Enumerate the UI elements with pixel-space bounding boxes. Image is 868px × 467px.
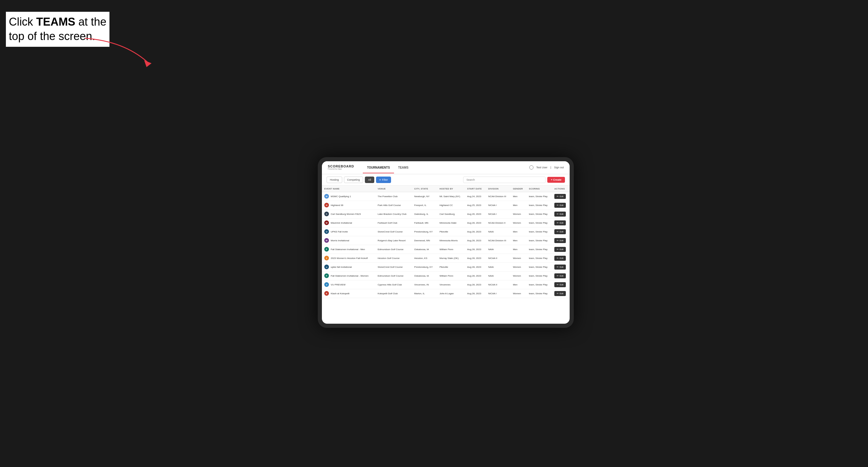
- team-logo: V: [324, 282, 329, 287]
- cell-scoring: team, Stroke Play: [527, 289, 552, 298]
- edit-button[interactable]: ✏ Edit: [554, 229, 566, 234]
- edit-button[interactable]: ✏ Edit: [554, 256, 566, 261]
- cell-gender: Women: [510, 271, 526, 280]
- cell-venue: Kokopelli Golf Club: [375, 289, 412, 298]
- event-name-text: Morris Invitational: [331, 239, 349, 242]
- edit-button[interactable]: ✏ Edit: [554, 273, 566, 278]
- edit-label: Edit: [560, 275, 563, 277]
- edit-icon: ✏: [557, 257, 559, 259]
- cell-division: NICAA I: [486, 201, 510, 210]
- all-button[interactable]: All: [365, 177, 374, 183]
- cell-hosted: Minnesota-Morris: [437, 236, 465, 245]
- edit-label: Edit: [560, 266, 563, 268]
- cell-scoring: team, Stroke Play: [527, 218, 552, 227]
- cell-division: NAIA: [486, 262, 510, 271]
- edit-button[interactable]: ✏ Edit: [554, 203, 566, 208]
- table-row: H Highland 36 Park Hills Golf Course Fre…: [322, 201, 570, 210]
- nav-bar: SCOREBOARD Powered by clippt TOURNAMENTS…: [322, 161, 570, 174]
- team-logo: u: [324, 264, 329, 269]
- cell-hosted: Carl Sandburg: [437, 210, 465, 218]
- user-label: Test User: [536, 166, 548, 169]
- edit-button[interactable]: ✏ Edit: [554, 291, 566, 296]
- nav-teams[interactable]: TEAMS: [394, 162, 412, 173]
- svg-text:U: U: [326, 231, 327, 233]
- cell-date: Aug 24, 2023: [465, 192, 486, 201]
- hosting-button[interactable]: Hosting: [327, 177, 342, 183]
- cell-city: Prestonsburg, KY: [412, 227, 437, 236]
- cell-scoring: team, Stroke Play: [527, 262, 552, 271]
- table-row: F Fall Statesmen Invitational - Women Ed…: [322, 271, 570, 280]
- edit-icon: ✏: [557, 266, 559, 268]
- edit-label: Edit: [560, 213, 563, 215]
- table-header: EVENT NAME VENUE CITY, STATE HOSTED BY S…: [322, 186, 570, 192]
- cell-venue: The Powelton Club: [375, 192, 412, 201]
- edit-icon: ✏: [557, 292, 559, 295]
- svg-text:M: M: [326, 195, 328, 197]
- edit-button[interactable]: ✏ Edit: [554, 282, 566, 287]
- edit-icon: ✏: [557, 239, 559, 242]
- create-button[interactable]: + Create: [547, 177, 565, 183]
- edit-icon: ✏: [557, 213, 559, 215]
- cell-city: Hesston, KS: [412, 254, 437, 262]
- table-row: F Fall Statesmen Invitational - Men Edmu…: [322, 245, 570, 254]
- svg-text:K: K: [326, 292, 327, 294]
- cell-venue: Edmundson Golf Course: [375, 271, 412, 280]
- cell-actions: ✏ Edit: [552, 192, 570, 201]
- cell-division: NCAA Division III: [486, 192, 510, 201]
- event-name-text: UPKE Fall Invite: [331, 230, 348, 233]
- cell-actions: ✏ Edit: [552, 201, 570, 210]
- event-name-text: Klash at Kokopelli: [331, 292, 349, 295]
- logo-title: SCOREBOARD: [328, 165, 354, 168]
- col-gender: GENDER: [510, 186, 526, 192]
- nav-links: TOURNAMENTS TEAMS: [363, 162, 412, 173]
- cell-division: NICAA I: [486, 210, 510, 218]
- edit-button[interactable]: ✏ Edit: [554, 264, 566, 270]
- cell-gender: Women: [510, 254, 526, 262]
- cell-date: Aug 25, 2023: [465, 201, 486, 210]
- edit-button[interactable]: ✏ Edit: [554, 212, 566, 217]
- tablet-screen: SCOREBOARD Powered by clippt TOURNAMENTS…: [322, 161, 570, 324]
- event-name-text: 2023 Women's Hesston Fall Kickoff: [331, 257, 368, 259]
- edit-button[interactable]: ✏ Edit: [554, 220, 566, 225]
- competing-button[interactable]: Competing: [344, 177, 363, 183]
- cell-division: NAIA: [486, 227, 510, 236]
- cell-event-name: u upike fall invitational: [322, 262, 375, 271]
- cell-gender: Men: [510, 245, 526, 254]
- cell-hosted: Mt. Saint Mary (NY): [437, 192, 465, 201]
- cell-city: Galesburg, IL: [412, 210, 437, 218]
- gear-icon[interactable]: [529, 165, 533, 169]
- edit-button[interactable]: ✏ Edit: [554, 247, 566, 252]
- table-row: M Maverick Invitational Faribault Golf C…: [322, 218, 570, 227]
- table-body: M MSMC Qualifying 1 The Powelton Club Ne…: [322, 192, 570, 298]
- edit-label: Edit: [560, 248, 563, 251]
- tablet-frame: SCOREBOARD Powered by clippt TOURNAMENTS…: [318, 157, 574, 328]
- team-logo: M: [324, 194, 329, 199]
- edit-icon: ✏: [557, 248, 559, 251]
- search-input[interactable]: [463, 177, 546, 183]
- nav-tournaments[interactable]: TOURNAMENTS: [363, 162, 394, 173]
- svg-text:M: M: [326, 222, 328, 224]
- cell-actions: ✏ Edit: [552, 218, 570, 227]
- cell-event-name: 2 2023 Women's Hesston Fall Kickoff: [322, 254, 375, 262]
- cell-gender: Women: [510, 262, 526, 271]
- event-name-text: VU PREVIEW: [331, 283, 345, 286]
- cell-scoring: team, Stroke Play: [527, 245, 552, 254]
- edit-label: Edit: [560, 222, 563, 224]
- cell-division: NCAA Division II: [486, 218, 510, 227]
- edit-button[interactable]: ✏ Edit: [554, 194, 566, 199]
- filter-button[interactable]: ≡ Filter: [376, 177, 391, 183]
- edit-button[interactable]: ✏ Edit: [554, 238, 566, 243]
- cell-hosted: Murray State (OK): [437, 254, 465, 262]
- team-logo: C: [324, 212, 329, 216]
- cell-gender: Women: [510, 289, 526, 298]
- table-row: u upike fall invitational StoneCrest Gol…: [322, 262, 570, 271]
- sign-out-link[interactable]: Sign out: [554, 166, 564, 169]
- team-logo: M: [324, 220, 329, 225]
- cell-date: Aug 28, 2023: [465, 254, 486, 262]
- cell-scoring: team, Stroke Play: [527, 192, 552, 201]
- cell-city: Newburgh, NY: [412, 192, 437, 201]
- filter-icon: ≡: [379, 178, 381, 181]
- cell-date: Aug 28, 2023: [465, 289, 486, 298]
- logo: SCOREBOARD Powered by clippt: [328, 165, 354, 170]
- cell-event-name: K Klash at Kokopelli: [322, 289, 375, 298]
